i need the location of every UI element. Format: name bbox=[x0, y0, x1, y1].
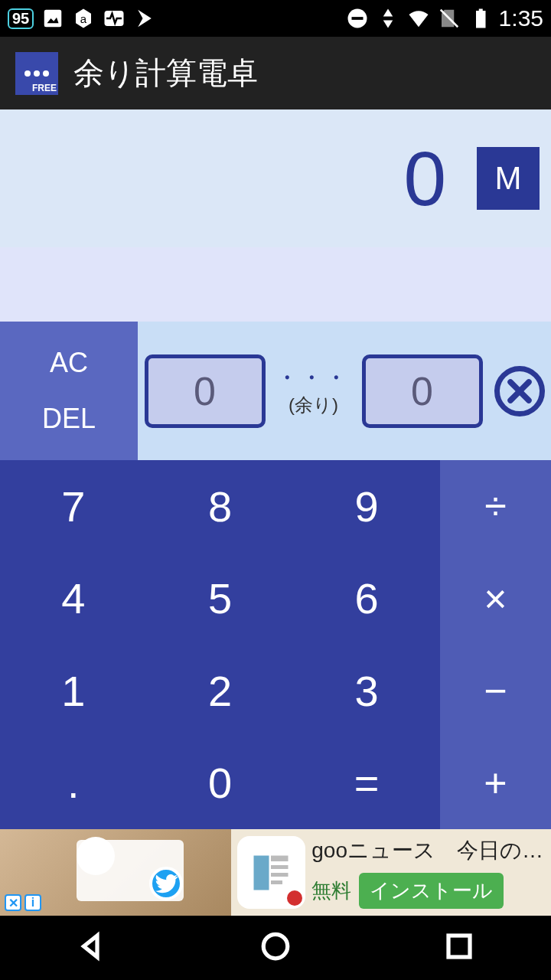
svg-rect-16 bbox=[271, 865, 289, 869]
heartbeat-icon bbox=[103, 7, 126, 30]
svg-text:a: a bbox=[80, 12, 87, 25]
ad-banner[interactable]: ✕ i gooニュース 今日の… 無料 インストール bbox=[0, 829, 551, 916]
no-sim-icon bbox=[438, 7, 461, 30]
app-title: 余り計算電卓 bbox=[73, 52, 258, 94]
key-dot[interactable]: . bbox=[0, 737, 147, 830]
twitter-icon bbox=[149, 867, 183, 900]
image-icon bbox=[41, 7, 64, 30]
alpha-icon: a bbox=[72, 7, 95, 30]
key-multiply[interactable]: × bbox=[440, 553, 551, 645]
middle-row: AC DEL 0 ・・・ (余り) 0 bbox=[0, 322, 551, 460]
ad-image: ✕ i bbox=[0, 829, 231, 916]
svg-rect-6 bbox=[351, 17, 363, 20]
recent-icon bbox=[443, 930, 475, 962]
key-plus[interactable]: + bbox=[440, 737, 551, 830]
ac-del-panel: AC DEL bbox=[0, 322, 138, 460]
svg-rect-11 bbox=[478, 9, 482, 12]
amari-label: (余り) bbox=[289, 393, 338, 417]
svg-marker-8 bbox=[383, 21, 393, 28]
key-5[interactable]: 5 bbox=[147, 553, 294, 645]
key-divide[interactable]: ÷ bbox=[440, 460, 551, 553]
ad-info-buttons[interactable]: ✕ i bbox=[5, 894, 41, 911]
nav-home-button[interactable] bbox=[259, 930, 292, 965]
svg-rect-15 bbox=[271, 855, 289, 861]
dots-label: ・・・ bbox=[277, 364, 350, 391]
close-icon bbox=[506, 377, 533, 405]
delete-button[interactable]: DEL bbox=[42, 403, 96, 435]
key-8[interactable]: 8 bbox=[147, 460, 294, 553]
remainder-zone: 0 ・・・ (余り) 0 bbox=[138, 322, 551, 460]
key-9[interactable]: 9 bbox=[293, 460, 440, 553]
svg-rect-18 bbox=[271, 880, 282, 884]
sync-icon bbox=[377, 7, 399, 30]
dnd-icon bbox=[346, 7, 369, 30]
svg-rect-14 bbox=[254, 855, 269, 890]
app-icon: FREE bbox=[15, 52, 58, 95]
key-1[interactable]: 1 bbox=[0, 645, 147, 737]
quotient-box[interactable]: 0 bbox=[145, 354, 266, 428]
key-7[interactable]: 7 bbox=[0, 460, 147, 553]
clock: 1:35 bbox=[499, 5, 543, 31]
svg-marker-4 bbox=[139, 10, 152, 28]
memory-button[interactable]: M bbox=[477, 147, 540, 210]
key-6[interactable]: 6 bbox=[293, 553, 440, 645]
play-icon bbox=[133, 7, 156, 30]
wifi-icon bbox=[407, 7, 430, 30]
key-equals[interactable]: = bbox=[293, 737, 440, 830]
back-icon bbox=[76, 930, 108, 962]
ad-free-label: 無料 bbox=[311, 877, 351, 904]
ad-info-icon[interactable]: i bbox=[24, 894, 41, 911]
key-minus[interactable]: − bbox=[440, 645, 551, 737]
system-nav-bar bbox=[0, 916, 551, 980]
keypad: 7 8 9 4 5 6 1 2 3 . 0 = ÷ × − + bbox=[0, 460, 551, 829]
app-icon-free-label: FREE bbox=[32, 83, 57, 93]
key-4[interactable]: 4 bbox=[0, 553, 147, 645]
key-3[interactable]: 3 bbox=[293, 645, 440, 737]
display-main: 0 M bbox=[0, 109, 551, 247]
digit-grid: 7 8 9 4 5 6 1 2 3 . 0 = bbox=[0, 460, 440, 829]
svg-marker-19 bbox=[84, 936, 98, 957]
nav-back-button[interactable] bbox=[76, 930, 108, 965]
battery-percent-badge: 95 bbox=[8, 8, 34, 29]
nav-recent-button[interactable] bbox=[443, 930, 475, 965]
svg-rect-0 bbox=[44, 10, 62, 28]
remainder-box[interactable]: 0 bbox=[362, 354, 483, 428]
key-2[interactable]: 2 bbox=[147, 645, 294, 737]
svg-rect-21 bbox=[448, 936, 470, 957]
clear-result-button[interactable] bbox=[494, 366, 545, 416]
app-bar: FREE 余り計算電卓 bbox=[0, 37, 551, 109]
battery-icon bbox=[468, 7, 491, 30]
svg-point-20 bbox=[263, 934, 288, 959]
svg-rect-17 bbox=[271, 873, 289, 877]
display-secondary bbox=[0, 247, 551, 322]
key-0[interactable]: 0 bbox=[147, 737, 294, 830]
display-value: 0 bbox=[403, 135, 454, 223]
ad-app-icon bbox=[237, 836, 306, 909]
svg-marker-7 bbox=[383, 9, 393, 17]
home-icon bbox=[259, 930, 292, 962]
operator-column: ÷ × − + bbox=[440, 460, 551, 829]
all-clear-button[interactable]: AC bbox=[50, 347, 88, 379]
svg-rect-10 bbox=[476, 11, 486, 28]
ad-close-icon[interactable]: ✕ bbox=[5, 894, 21, 911]
status-bar: 95 a 1:35 bbox=[0, 0, 551, 37]
remainder-label-group: ・・・ (余り) bbox=[277, 364, 350, 417]
ad-headline: gooニュース 今日の… bbox=[311, 836, 543, 865]
ad-install-button[interactable]: インストール bbox=[359, 873, 504, 909]
